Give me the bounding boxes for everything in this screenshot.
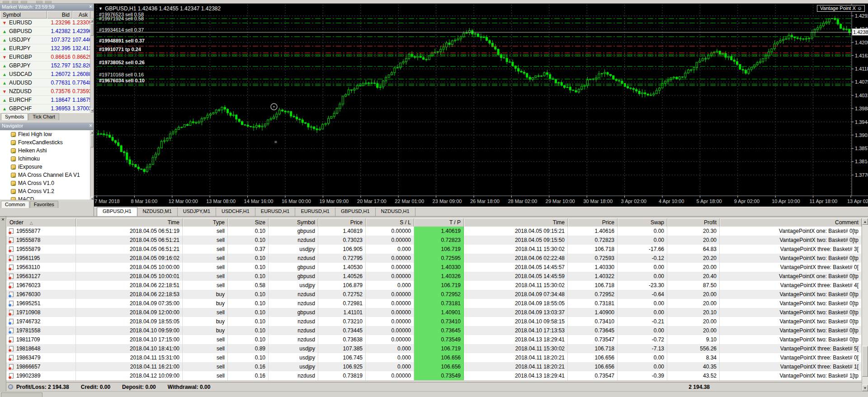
- chart-tab-usdchf-h1[interactable]: USDCHF,H1: [216, 208, 255, 216]
- trade-row[interactable]: 198117092018.04.10 17:15:00sell0.10nzdus…: [6, 335, 862, 344]
- terminal-bottom-strip: [0, 391, 868, 397]
- trade-row[interactable]: 197109082018.04.09 12:00:00sell0.10gbpus…: [6, 308, 862, 317]
- scrollbar-thumb[interactable]: [90, 23, 94, 36]
- chart-window[interactable]: 1.429201.424901.420501.416201.411801.407…: [94, 4, 868, 207]
- trade-row[interactable]: 196952512018.04.09 07:35:00buy0.10nzdusd…: [6, 299, 862, 308]
- cell-order: 19555878: [6, 236, 76, 245]
- trade-row[interactable]: 196760302018.04.06 22:18:53buy0.10nzdusd…: [6, 290, 862, 299]
- column-header-swap[interactable]: Swap: [618, 218, 667, 227]
- chart-tab-usdjpy-m1[interactable]: USDJPY,M1: [178, 208, 216, 216]
- navigator-item-heiken-ashi[interactable]: Heiken Ashi: [0, 147, 94, 155]
- column-header-tp[interactable]: T / P: [414, 218, 464, 227]
- close-icon[interactable]: ×: [89, 123, 92, 129]
- market-watch-row[interactable]: ▲EURJPY132.395132.413: [0, 44, 94, 53]
- chart-tab-gbpusd-h1[interactable]: GBPUSD,H1: [335, 208, 376, 216]
- trade-row[interactable]: 197467322018.04.09 18:55:05buy0.10nzdusd…: [6, 317, 862, 326]
- close-icon[interactable]: ×: [89, 4, 92, 10]
- navigator-item-ma-cross-v1-0[interactable]: MA Cross V1.0: [0, 179, 94, 187]
- market-watch-tab-symbols[interactable]: Symbols: [1, 113, 28, 120]
- cell-time: 2018.04.05 06:51:21: [76, 236, 183, 245]
- navigator-item-ichimoku[interactable]: Ichimoku: [0, 155, 94, 163]
- column-header-price[interactable]: Price: [568, 218, 618, 227]
- market-watch-row[interactable]: ▲GBPUSD1.423821.42396: [0, 27, 94, 36]
- scroll-up-icon[interactable]: ▲: [90, 130, 94, 134]
- market-watch-scrollbar[interactable]: ▲▼: [90, 19, 94, 113]
- navigator-item-macd[interactable]: MACD: [0, 195, 94, 200]
- column-header-time[interactable]: Time: [76, 218, 183, 227]
- column-header-profit[interactable]: Profit: [667, 218, 720, 227]
- column-header-order[interactable]: Order△: [6, 218, 76, 227]
- cell-close_time: 2018.04.11 15:30:02: [464, 281, 568, 290]
- market-watch-row[interactable]: ▲EURCHF1.186471.18675: [0, 96, 94, 104]
- trade-row[interactable]: 198186482018.04.10 18:41:00sell0.89usdjp…: [6, 344, 862, 353]
- trade-row[interactable]: 198634792018.04.11 15:31:00sell0.10usdjp…: [6, 353, 862, 362]
- cell-sl: 0.00000: [366, 263, 414, 272]
- cell-order: 19555879: [6, 245, 76, 254]
- market-watch-row[interactable]: ▲GBPJPY152.797152.820: [0, 61, 94, 70]
- market-watch-tab-tick-chart[interactable]: Tick Chart: [28, 113, 59, 120]
- scrollbar-thumb[interactable]: [862, 346, 868, 377]
- price-axis-label: 1.42050: [855, 40, 868, 45]
- navigator-tab-favorites[interactable]: Favorites: [30, 201, 58, 208]
- column-header-sl[interactable]: S / L: [366, 218, 414, 227]
- column-header-type[interactable]: Type: [183, 218, 228, 227]
- trade-row[interactable]: 195631102018.04.05 10:00:00sell0.10gbpus…: [6, 263, 862, 272]
- chart-tab-gbpusd-h1[interactable]: GBPUSD,H1: [97, 207, 137, 216]
- chart-tab-nzdusd-h1[interactable]: NZDUSD,H1: [376, 208, 415, 216]
- navigator-item-iexposure[interactable]: iExposure: [0, 163, 94, 171]
- market-watch-row[interactable]: ▼EURUSD1.232961.23309: [0, 19, 94, 27]
- column-header-size[interactable]: Size: [228, 218, 269, 227]
- cell-size: 0.10: [228, 335, 269, 344]
- cell-comment: VantagePointX three: Basket# 3[: [720, 245, 862, 254]
- chart-canvas[interactable]: 1.429201.424901.420501.416201.411801.407…: [94, 4, 868, 207]
- trade-row[interactable]: 199023892018.04.12 10:09:00sell0.16nzdus…: [6, 371, 862, 380]
- market-watch-row[interactable]: ▼NZDUSD0.735760.73593: [0, 87, 94, 96]
- cell-type: sell: [183, 308, 228, 317]
- terminal-scrollbar[interactable]: ▲ ▼: [862, 218, 868, 391]
- navigator-tab-common[interactable]: Common: [1, 201, 29, 208]
- chart-symbol-caret-icon[interactable]: ▼: [99, 6, 103, 11]
- symbol-label: AUDUSD: [9, 80, 47, 86]
- trade-row[interactable]: 195558772018.04.05 06:51:19sell0.10gbpus…: [6, 227, 862, 236]
- navigator-item-forexcandlesticks[interactable]: ForexCandlesticks: [0, 138, 94, 147]
- market-watch-row[interactable]: ▲GBPCHF1.369531.37003: [0, 104, 94, 113]
- cell-tp: 0.73645: [414, 326, 464, 335]
- scroll-up-icon[interactable]: ▲: [90, 19, 94, 23]
- market-watch-row[interactable]: ▼EURGBP0.866160.86629: [0, 53, 94, 61]
- scroll-down-icon[interactable]: ▼: [862, 385, 868, 391]
- column-header-time[interactable]: Time: [464, 218, 568, 227]
- navigator-scrollbar[interactable]: ▲▼: [90, 130, 94, 200]
- cell-sl: 0.000: [366, 353, 414, 362]
- scrollbar-thumb[interactable]: [90, 135, 94, 147]
- market-watch-row[interactable]: ▲USDCAD1.260721.26088: [0, 70, 94, 79]
- chart-tab-nzdusd-m1[interactable]: NZDUSD,M1: [137, 208, 178, 216]
- scroll-down-icon[interactable]: ▼: [90, 197, 94, 200]
- cell-type: sell: [183, 362, 228, 371]
- up-arrow-icon: ▲: [0, 72, 9, 77]
- navigator-item-ma-cross-channel-ea-v1[interactable]: MA Cross Channel EA V1: [0, 171, 94, 179]
- scroll-down-icon[interactable]: ▼: [90, 109, 94, 113]
- scroll-up-icon[interactable]: ▲: [862, 218, 868, 225]
- trade-row[interactable]: 195558782018.04.05 06:51:21sell0.10nzdus…: [6, 236, 862, 245]
- column-header-symbol[interactable]: Symbol: [269, 218, 318, 227]
- cell-size: 0.16: [228, 362, 269, 371]
- trade-row[interactable]: 195611952018.04.05 09:16:02sell0.10nzdus…: [6, 254, 862, 263]
- navigator-item-ma-cross-v1-2[interactable]: MA Cross V1.2: [0, 187, 94, 195]
- trade-row[interactable]: 195631272018.04.05 10:00:01sell0.10gbpus…: [6, 272, 862, 281]
- market-watch-column-symbol: Symbol: [0, 11, 47, 19]
- column-header-price[interactable]: Price: [318, 218, 366, 227]
- column-header-comment[interactable]: Comment: [720, 218, 862, 227]
- trade-row[interactable]: 198666572018.04.11 16:21:00sell0.16usdjp…: [6, 362, 862, 371]
- chart-tab-eurusd-h1[interactable]: EURUSD,H1: [295, 208, 335, 216]
- navigator-item-flexi-high-low[interactable]: Flexi High low: [0, 130, 94, 138]
- trade-row[interactable]: 196760232018.04.06 22:18:51sell0.58usdjp…: [6, 281, 862, 290]
- time-axis-label: 22 Mar 01:00: [395, 198, 424, 204]
- trade-row[interactable]: 195558792018.04.05 06:51:21sell0.37usdjp…: [6, 245, 862, 254]
- trade-row[interactable]: 197815582018.04.10 09:59:00buy0.10nzdusd…: [6, 326, 862, 335]
- cell-price: 1.40526: [318, 272, 366, 281]
- close-icon[interactable]: ×: [0, 217, 6, 222]
- market-watch-row[interactable]: ▲AUDUSD0.776310.77648: [0, 79, 94, 87]
- chart-tab-eurusd-h1[interactable]: EURUSD,H1: [255, 208, 296, 216]
- market-watch-row[interactable]: ▲USDJPY107.372107.446: [0, 36, 94, 44]
- order-doc-icon-sell: [9, 228, 14, 234]
